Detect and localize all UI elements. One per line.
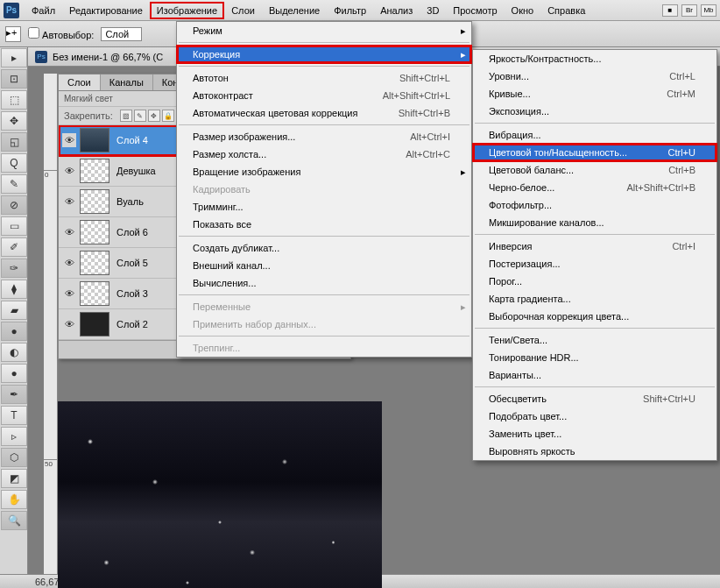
menu-item-label: Треппинг... xyxy=(193,343,240,353)
lock-all-icon[interactable]: 🔒 xyxy=(162,110,174,122)
menu-item-label: Постеризация... xyxy=(489,259,561,269)
layer-name: Слой 2 xyxy=(113,319,148,329)
menu-item-размеризображения[interactable]: Размер изображения...Alt+Ctrl+I xyxy=(177,128,471,145)
visibility-icon[interactable]: 👁 xyxy=(62,195,76,209)
tool-6[interactable]: ✎ xyxy=(1,174,27,194)
tool-9[interactable]: ✐ xyxy=(1,237,27,257)
menu-изображение[interactable]: Изображение xyxy=(150,2,224,19)
menu-item-автоматическаяцветоваякоррекция[interactable]: Автоматическая цветовая коррекцияShift+C… xyxy=(177,104,471,122)
menu-item-вращениеизображения[interactable]: Вращение изображения xyxy=(177,163,471,181)
menu-separator xyxy=(475,123,715,124)
menu-справка[interactable]: Справка xyxy=(540,2,592,19)
menu-item-выровнятьяркость[interactable]: Выровнять яркость xyxy=(473,443,716,460)
ps-doc-icon: Ps xyxy=(35,51,47,63)
menu-item-автотон[interactable]: АвтотонShift+Ctrl+L xyxy=(177,69,471,87)
visibility-icon[interactable]: 👁 xyxy=(62,317,76,331)
titlebar-icon[interactable]: Br xyxy=(681,4,697,17)
menu-item-выборочнаякоррекцияцвета[interactable]: Выборочная коррекция цвета... xyxy=(473,308,716,325)
menu-item-экспозиция[interactable]: Экспозиция... xyxy=(473,103,716,120)
menu-item-label: Выровнять яркость xyxy=(489,446,575,457)
menu-item-яркостьконтрастность[interactable]: Яркость/Контрастность... xyxy=(473,50,716,67)
tool-12[interactable]: ▰ xyxy=(1,301,27,320)
tool-18[interactable]: ▹ xyxy=(1,427,27,446)
panel-tab-Каналы[interactable]: Каналы xyxy=(101,74,153,90)
menu-item-label: Вращение изображения xyxy=(193,166,300,177)
tool-11[interactable]: ⧫ xyxy=(1,280,27,299)
menu-item-вычисления[interactable]: Вычисления... xyxy=(177,274,471,292)
lock-position-icon[interactable]: ✥ xyxy=(148,110,160,122)
menu-item-постеризация[interactable]: Постеризация... xyxy=(473,255,716,273)
menu-item-порог[interactable]: Порог... xyxy=(473,273,716,290)
menu-item-чернобелое[interactable]: Черно-белое...Alt+Shift+Ctrl+B xyxy=(473,179,716,196)
menu-item-внешнийканал[interactable]: Внешний канал... xyxy=(177,257,471,274)
tool-19[interactable]: ⬡ xyxy=(1,448,27,467)
menu-item-подобратьцвет[interactable]: Подобрать цвет... xyxy=(473,407,716,425)
tool-4[interactable]: ◱ xyxy=(1,132,27,152)
tool-3[interactable]: ✥ xyxy=(1,111,27,131)
menu-файл[interactable]: Файл xyxy=(25,2,62,19)
menu-item-инверсия[interactable]: ИнверсияCtrl+I xyxy=(473,237,716,255)
auto-select-dropdown[interactable]: Слой xyxy=(101,27,142,41)
menu-item-тримминг[interactable]: Тримминг... xyxy=(177,198,471,216)
menu-item-показатьвсе[interactable]: Показать все xyxy=(177,216,471,233)
titlebar-icon[interactable]: Mb xyxy=(701,4,716,17)
visibility-icon[interactable]: 👁 xyxy=(62,164,76,178)
menu-item-коррекция[interactable]: Коррекция xyxy=(177,46,471,63)
menu-item-создатьдубликат[interactable]: Создать дубликат... xyxy=(177,239,471,257)
titlebar-icon[interactable]: ■ xyxy=(662,4,678,17)
menu-item-label: Вибрация... xyxy=(489,130,541,140)
menu-3d[interactable]: 3D xyxy=(420,2,446,19)
menu-separator xyxy=(179,42,469,43)
menu-item-размерхолста[interactable]: Размер холста...Alt+Ctrl+C xyxy=(177,145,471,163)
tool-10[interactable]: ✑ xyxy=(1,259,27,278)
auto-select-checkbox[interactable]: Автовыбор: xyxy=(28,27,94,40)
menu-редактирование[interactable]: Редактирование xyxy=(62,2,150,19)
panel-tab-Слои[interactable]: Слои xyxy=(59,74,101,90)
visibility-icon[interactable]: 👁 xyxy=(62,225,76,239)
tool-21[interactable]: ✋ xyxy=(1,490,27,509)
menu-item-микшированиеканалов[interactable]: Микширование каналов... xyxy=(473,214,716,231)
menu-item-цветовойтоннасыщенность[interactable]: Цветовой тон/Насыщенность...Ctrl+U xyxy=(473,144,716,161)
canvas[interactable] xyxy=(58,401,382,588)
move-tool-icon[interactable]: ▸+ xyxy=(5,26,21,42)
visibility-icon[interactable]: 👁 xyxy=(62,287,76,301)
menu-item-варианты[interactable]: Варианты... xyxy=(473,366,716,384)
tool-14[interactable]: ◐ xyxy=(1,343,27,362)
menu-item-режим[interactable]: Режим xyxy=(177,22,471,39)
menu-item-фотофильтр[interactable]: Фотофильтр... xyxy=(473,196,716,214)
tool-2[interactable]: ⬚ xyxy=(1,90,27,110)
menu-окно[interactable]: Окно xyxy=(505,2,541,19)
tool-0[interactable]: ▸ xyxy=(1,48,27,67)
tool-5[interactable]: Q xyxy=(1,153,27,173)
tool-22[interactable]: 🔍 xyxy=(1,511,27,530)
menu-item-кривые[interactable]: Кривые...Ctrl+M xyxy=(473,85,716,103)
menu-item-обесцветить[interactable]: ОбесцветитьShift+Ctrl+U xyxy=(473,390,716,407)
visibility-icon[interactable]: 👁 xyxy=(62,133,76,147)
tool-15[interactable]: ● xyxy=(1,364,27,383)
menu-выделение[interactable]: Выделение xyxy=(262,2,327,19)
menu-анализ[interactable]: Анализ xyxy=(373,2,420,19)
lock-transparent-icon[interactable]: ▨ xyxy=(120,110,132,122)
tool-17[interactable]: T xyxy=(1,406,27,425)
menu-item-заменитьцвет[interactable]: Заменить цвет... xyxy=(473,425,716,443)
menu-item-вибрация[interactable]: Вибрация... xyxy=(473,126,716,144)
tool-7[interactable]: ⊘ xyxy=(1,195,27,215)
menu-item-автоконтраст[interactable]: АвтоконтрастAlt+Shift+Ctrl+L xyxy=(177,87,471,104)
tool-16[interactable]: ✒ xyxy=(1,385,27,404)
menu-фильтр[interactable]: Фильтр xyxy=(327,2,373,19)
menu-слои[interactable]: Слои xyxy=(224,2,262,19)
visibility-icon[interactable]: 👁 xyxy=(62,256,76,270)
tool-8[interactable]: ▭ xyxy=(1,216,27,236)
menu-item-картаградиента[interactable]: Карта градиента... xyxy=(473,290,716,308)
menu-item-тенисвета[interactable]: Тени/Света... xyxy=(473,331,716,349)
menu-просмотр[interactable]: Просмотр xyxy=(446,2,504,19)
tool-20[interactable]: ◩ xyxy=(1,469,27,488)
menu-item-цветовойбаланс[interactable]: Цветовой баланс...Ctrl+B xyxy=(473,161,716,179)
tool-13[interactable]: ● xyxy=(1,322,27,341)
lock-pixels-icon[interactable]: ✎ xyxy=(134,110,146,122)
menu-item-переменные: Переменные xyxy=(177,298,471,315)
tool-1[interactable]: ⊡ xyxy=(1,69,27,89)
menu-separator xyxy=(475,386,715,387)
menu-item-тонированиеhdr[interactable]: Тонирование HDR... xyxy=(473,349,716,366)
menu-item-уровни[interactable]: Уровни...Ctrl+L xyxy=(473,67,716,85)
